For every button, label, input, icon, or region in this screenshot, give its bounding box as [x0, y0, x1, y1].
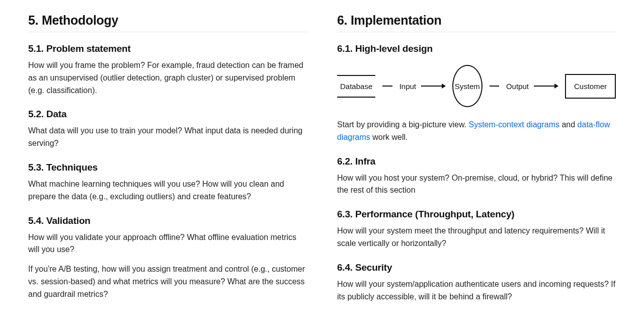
- techniques-heading: 5.3. Techniques: [28, 162, 307, 173]
- diagram-customer-node: Customer: [565, 74, 616, 99]
- diagram-input-label: Input: [399, 82, 416, 91]
- security-heading: 6.4. Security: [337, 262, 616, 273]
- diagram-input-arrow: Input: [399, 82, 445, 91]
- diagram-database-node: Database: [337, 75, 375, 98]
- performance-body: How will your system meet the throughput…: [337, 225, 616, 250]
- high-level-design-diagram: Database Input System Output Customer: [337, 64, 616, 108]
- problem-statement-body: How will you frame the problem? For exam…: [28, 59, 307, 97]
- diagram-output-arrow: Output: [506, 82, 558, 91]
- hld-intro-pre: Start by providing a big-picture view.: [337, 120, 468, 129]
- infra-body: How will you host your system? On-premis…: [337, 172, 616, 197]
- methodology-column: 5. Methodology 5.1. Problem statement Ho…: [28, 13, 307, 310]
- arrow-icon: [382, 86, 392, 87]
- diagram-system-label: System: [455, 82, 480, 91]
- database-bar-icon: [337, 97, 375, 98]
- validation-body-1: How will you validate your approach offl…: [28, 231, 307, 257]
- diagram-database-label: Database: [337, 76, 375, 97]
- validation-heading: 5.4. Validation: [28, 215, 307, 226]
- infra-heading: 6.2. Infra: [337, 156, 616, 167]
- system-context-diagrams-link[interactable]: System-context diagrams: [468, 120, 559, 129]
- arrow-icon: [490, 86, 499, 87]
- methodology-title: 5. Methodology: [28, 13, 307, 32]
- diagram-customer-label: Customer: [574, 82, 607, 91]
- high-level-design-heading: 6.1. High-level design: [337, 43, 616, 54]
- diagram-system-node: System: [452, 65, 482, 107]
- data-heading: 5.2. Data: [28, 109, 307, 120]
- performance-heading: 6.3. Performance (Throughput, Latency): [337, 209, 616, 220]
- data-body: What data will you use to train your mod…: [28, 125, 307, 150]
- diagram-output-label: Output: [506, 82, 529, 91]
- problem-statement-heading: 5.1. Problem statement: [28, 43, 307, 54]
- hld-mid: and: [559, 120, 578, 129]
- high-level-design-body: Start by providing a big-picture view. S…: [337, 119, 616, 144]
- arrow-right-icon: [421, 86, 445, 87]
- page-root: 5. Methodology 5.1. Problem statement Ho…: [0, 0, 644, 322]
- implementation-title: 6. Implementation: [337, 13, 616, 32]
- hld-intro-post: work well.: [370, 133, 408, 141]
- security-body: How will your system/application authent…: [337, 278, 616, 303]
- implementation-column: 6. Implementation 6.1. High-level design…: [337, 13, 616, 310]
- arrow-right-icon: [534, 86, 558, 87]
- techniques-body: What machine learning techniques will yo…: [28, 178, 307, 203]
- validation-body-2: If you're A/B testing, how will you assi…: [28, 263, 307, 300]
